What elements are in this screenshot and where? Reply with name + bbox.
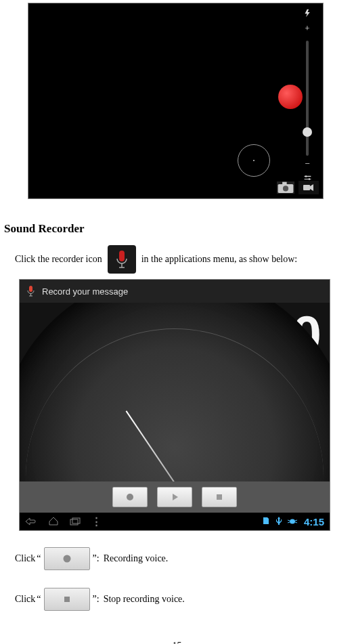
svg-point-17 xyxy=(290,519,295,523)
svg-line-20 xyxy=(295,520,297,521)
nav-recent-icon[interactable] xyxy=(70,516,81,528)
svg-point-0 xyxy=(305,175,306,177)
shutter-button[interactable] xyxy=(278,85,303,109)
camera-focus-ring[interactable] xyxy=(238,144,270,177)
debug-icon xyxy=(288,517,297,527)
section-heading: Sound Recorder xyxy=(4,222,351,236)
svg-rect-14 xyxy=(217,494,222,500)
svg-point-22 xyxy=(63,555,70,563)
svg-point-5 xyxy=(283,186,288,192)
svg-line-18 xyxy=(288,520,290,521)
instruction-line-1: Click the recorder icon in the applicati… xyxy=(15,245,351,274)
quote-open: “ xyxy=(37,553,41,564)
instruction-line-3: Click “ ”: Stop recording voice. xyxy=(15,588,351,611)
record-button[interactable] xyxy=(112,487,148,507)
quote-open: “ xyxy=(37,594,41,605)
recorder-title: Record your message xyxy=(42,286,128,297)
camera-mode-photo-icon[interactable] xyxy=(277,181,294,194)
svg-rect-15 xyxy=(70,519,78,525)
camera-screenshot: + − xyxy=(28,3,324,199)
android-statusbar: ⋮ 4:15 xyxy=(20,513,330,530)
nav-menu-icon[interactable]: ⋮ xyxy=(91,515,101,528)
text: Click the recorder icon xyxy=(15,254,102,265)
quote-close: ”: xyxy=(93,553,99,564)
text: in the applications menu, as show below: xyxy=(141,254,298,265)
svg-point-1 xyxy=(308,178,309,179)
text: Recording voice. xyxy=(104,553,169,564)
zoom-slider[interactable] xyxy=(306,41,309,156)
zoom-plus-icon: + xyxy=(297,23,317,34)
recorder-mic-icon xyxy=(26,285,35,297)
instruction-line-2: Click “ ”: Recording voice. xyxy=(15,547,351,570)
text: Click xyxy=(15,594,35,605)
status-clock: 4:15 xyxy=(304,516,324,528)
record-button-icon xyxy=(44,547,90,570)
svg-line-21 xyxy=(295,522,297,523)
svg-rect-10 xyxy=(29,286,32,292)
flash-icon xyxy=(297,9,317,20)
text: Stop recording voice. xyxy=(104,594,185,605)
zoom-knob[interactable] xyxy=(303,127,312,137)
recorder-controls xyxy=(20,481,330,513)
sdcard-icon xyxy=(262,517,270,527)
page-number: 15 xyxy=(3,641,351,644)
nav-home-icon[interactable] xyxy=(48,516,59,528)
svg-line-19 xyxy=(288,522,290,523)
svg-rect-23 xyxy=(64,597,70,602)
stop-button[interactable] xyxy=(202,487,237,507)
svg-rect-7 xyxy=(119,251,125,261)
svg-rect-16 xyxy=(72,518,80,523)
quote-close: ”: xyxy=(93,594,99,605)
camera-mode-video-icon[interactable] xyxy=(298,181,319,194)
recorder-screenshot: Record your message 00:00 xyxy=(19,279,330,531)
play-button[interactable] xyxy=(157,487,192,507)
svg-rect-6 xyxy=(303,185,310,190)
nav-back-icon[interactable] xyxy=(25,516,37,528)
usb-icon xyxy=(275,517,282,527)
stop-button-icon xyxy=(44,588,90,611)
svg-point-13 xyxy=(127,494,133,500)
text: Click xyxy=(15,553,35,564)
recorder-app-icon xyxy=(108,245,136,274)
svg-rect-4 xyxy=(282,182,287,186)
zoom-minus-icon: − xyxy=(297,158,317,169)
